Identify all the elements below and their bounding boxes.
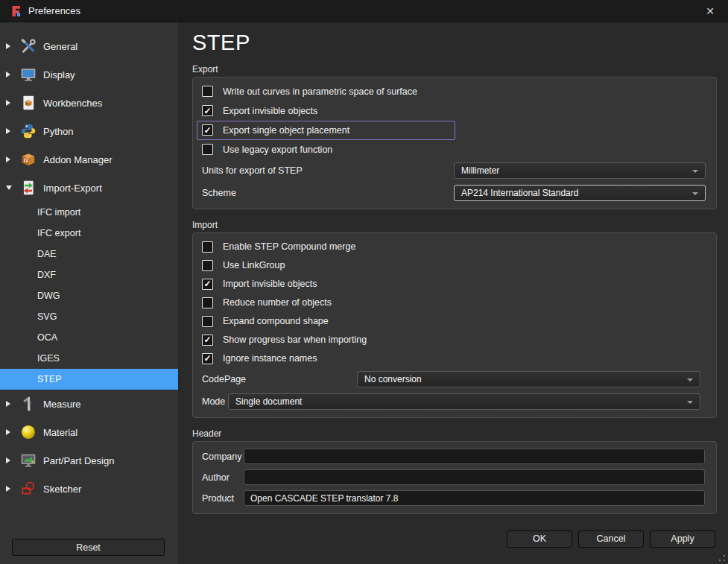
checkbox[interactable]	[202, 241, 213, 253]
sidebar-item-dwg[interactable]: DWG	[0, 285, 178, 306]
sketcher-icon	[20, 481, 37, 497]
checkbox-row-expand-compound[interactable]: Expand compound shape	[202, 312, 707, 331]
codepage-row: CodePage No conversion	[202, 368, 707, 390]
expand-arrow-icon[interactable]	[0, 401, 13, 407]
checkbox[interactable]	[202, 353, 213, 364]
expand-arrow-icon[interactable]	[0, 156, 13, 162]
sidebar-item-part-design[interactable]: Part/Part Design	[0, 446, 178, 475]
ok-button[interactable]: OK	[507, 530, 572, 548]
cancel-button[interactable]: Cancel	[578, 530, 644, 548]
checkbox-row-export-invisible[interactable]: Export invisible objects	[202, 101, 707, 121]
checkbox[interactable]	[202, 335, 213, 346]
export-section-label: Export	[192, 64, 717, 75]
checkbox[interactable]	[202, 86, 213, 97]
resize-grip[interactable]	[718, 554, 726, 562]
sidebar-item-svg[interactable]: SVG	[0, 306, 178, 327]
checkbox-row-ignore-instance-names[interactable]: Ignore instance names	[202, 349, 707, 368]
chevron-down-icon	[687, 378, 693, 381]
product-row: Product	[202, 488, 707, 509]
display-icon	[20, 66, 37, 83]
units-label: Units for export of STEP	[202, 165, 454, 176]
close-icon[interactable]: ✕	[700, 2, 721, 20]
checkbox[interactable]	[202, 105, 213, 116]
checkbox-row-import-invisible[interactable]: Import invisible objects	[202, 275, 707, 294]
chevron-down-icon	[687, 401, 693, 404]
sidebar-item-measure[interactable]: Measure	[0, 390, 178, 418]
chevron-down-icon	[692, 170, 698, 173]
checkbox[interactable]	[202, 279, 213, 290]
sidebar: General Display	[0, 22, 179, 564]
export-groupbox: Write out curves in parametric space of …	[192, 77, 717, 209]
sidebar-item-workbenches[interactable]: Workbenches	[0, 89, 178, 117]
expand-arrow-icon[interactable]	[0, 100, 13, 106]
scheme-label: Scheme	[202, 188, 454, 198]
page-title: STEP	[192, 31, 717, 55]
author-field[interactable]	[244, 469, 705, 485]
sidebar-item-sketcher[interactable]: Sketcher	[0, 475, 178, 503]
checkbox[interactable]	[202, 297, 213, 308]
chevron-down-icon	[692, 192, 698, 195]
sidebar-item-ifc-export[interactable]: IFC export	[0, 223, 178, 244]
reset-button[interactable]: Reset	[12, 539, 165, 556]
checkbox-row-single-placement[interactable]: Export single object placement	[197, 121, 455, 140]
scheme-dropdown[interactable]: AP214 International Standard	[454, 185, 706, 201]
sidebar-item-ifc-import[interactable]: IFC import	[0, 202, 178, 223]
author-label: Author	[202, 472, 244, 483]
expand-arrow-icon[interactable]	[0, 429, 13, 435]
settings-page: STEP Export Write out curves in parametr…	[179, 22, 728, 564]
sidebar-item-oca[interactable]: OCA	[0, 327, 178, 348]
sidebar-item-addon-manager[interactable]: Addon Manager	[0, 145, 178, 174]
product-field[interactable]	[244, 490, 705, 506]
codepage-label: CodePage	[202, 374, 357, 384]
checkbox-row-progress-bar[interactable]: Show progress bar when importing	[202, 331, 707, 349]
expand-arrow-icon[interactable]	[0, 72, 13, 77]
apply-button[interactable]: Apply	[650, 530, 715, 548]
scheme-row: Scheme AP214 International Standard	[202, 182, 707, 204]
tools-icon	[20, 38, 37, 54]
author-row: Author	[202, 467, 707, 488]
units-dropdown[interactable]: Millimeter	[454, 162, 706, 179]
company-row: Company	[202, 446, 707, 467]
dialog-buttons: OK Cancel Apply	[192, 530, 717, 548]
checkbox[interactable]	[202, 144, 213, 155]
sidebar-item-import-export[interactable]: Import-Export	[0, 174, 178, 202]
import-export-icon	[20, 180, 37, 196]
expand-arrow-icon[interactable]	[0, 486, 13, 492]
sphere-icon	[20, 424, 37, 440]
part-design-icon	[20, 452, 37, 469]
product-label: Product	[202, 493, 244, 504]
caliper-icon	[20, 396, 37, 412]
sidebar-item-iges[interactable]: IGES	[0, 348, 178, 369]
collapse-arrow-icon[interactable]	[0, 186, 13, 190]
checkbox-row-reduce-objects[interactable]: Reduce number of objects	[202, 294, 707, 312]
checkbox-row-parametric-curves[interactable]: Write out curves in parametric space of …	[202, 82, 707, 101]
sidebar-item-python[interactable]: Python	[0, 117, 178, 145]
workbenches-icon	[20, 95, 37, 111]
import-groupbox: Enable STEP Compound merge Use LinkGroup…	[192, 232, 717, 418]
header-section-label: Header	[192, 428, 717, 439]
mode-row: Mode Single document	[202, 390, 707, 413]
checkbox-row-compound-merge[interactable]: Enable STEP Compound merge	[202, 238, 707, 256]
checkbox[interactable]	[202, 124, 213, 136]
sidebar-item-material[interactable]: Material	[0, 418, 178, 446]
expand-arrow-icon[interactable]	[0, 43, 13, 49]
python-icon	[20, 123, 37, 139]
expand-arrow-icon[interactable]	[0, 457, 13, 463]
sidebar-item-step[interactable]: STEP	[0, 369, 178, 390]
mode-dropdown[interactable]: Single document	[228, 393, 700, 410]
sidebar-item-dxf[interactable]: DXF	[0, 264, 178, 285]
checkbox[interactable]	[202, 316, 213, 327]
sidebar-item-dae[interactable]: DAE	[0, 244, 178, 264]
header-groupbox: Company Author Product	[192, 441, 717, 514]
sidebar-item-general[interactable]: General	[0, 32, 178, 60]
sidebar-item-display[interactable]: Display	[0, 60, 178, 89]
checkbox-row-legacy-export[interactable]: Use legacy export function	[202, 140, 707, 159]
company-field[interactable]	[244, 449, 705, 464]
freecad-logo-icon	[10, 5, 22, 17]
expand-arrow-icon[interactable]	[0, 128, 13, 134]
codepage-dropdown[interactable]: No conversion	[357, 371, 700, 387]
checkbox-row-linkgroup[interactable]: Use LinkGroup	[202, 256, 707, 275]
checkbox[interactable]	[202, 260, 213, 271]
addon-box-icon	[20, 151, 37, 168]
window-title: Preferences	[28, 5, 80, 16]
